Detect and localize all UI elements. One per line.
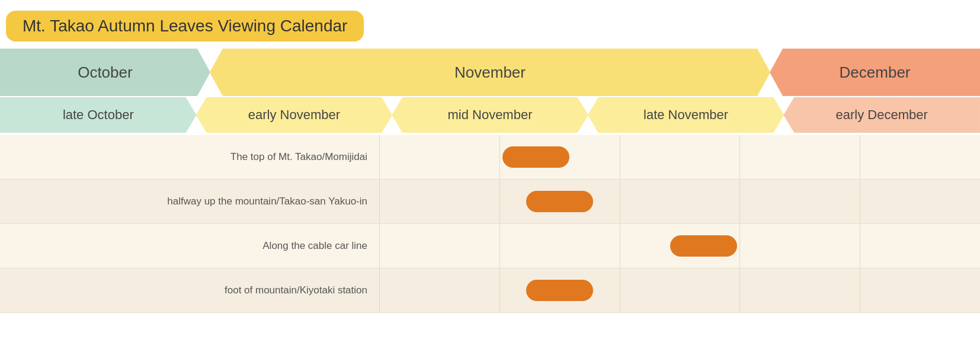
bar-row4 <box>526 280 593 301</box>
grid-col-late-nov <box>739 224 860 268</box>
month-november: November <box>210 49 770 96</box>
grid-col-mid-nov <box>620 268 740 312</box>
grid-col-late-oct <box>379 268 499 312</box>
row-label: halfway up the mountain/Takao-san Yakuo-… <box>0 196 379 207</box>
grid-col-mid-nov <box>620 224 740 268</box>
grid-col-late-nov <box>739 180 860 223</box>
grid-col-early-nov <box>499 135 620 179</box>
row-label: The top of Mt. Takao/Momijidai <box>0 151 379 163</box>
periods-row: late October early November mid November… <box>0 97 980 133</box>
row-grid <box>379 180 980 223</box>
grid-col-late-oct <box>379 135 499 179</box>
row-grid <box>379 268 980 312</box>
grid-col-late-nov <box>739 135 860 179</box>
row-grid <box>379 224 980 268</box>
data-section: The top of Mt. Takao/Momijidai halfway u… <box>0 135 980 313</box>
bar-row3 <box>670 235 737 257</box>
grid-col-mid-nov <box>620 135 740 179</box>
grid-col-mid-nov <box>620 180 740 223</box>
grid-col-early-dec <box>860 268 980 312</box>
grid-col-late-oct <box>379 180 499 223</box>
table-row: halfway up the mountain/Takao-san Yakuo-… <box>0 180 980 224</box>
bar-row1 <box>502 146 569 168</box>
period-early-december: early December <box>783 97 980 133</box>
months-row: October November December <box>0 49 980 96</box>
row-label: foot of mountain/Kiyotaki station <box>0 284 379 296</box>
grid-col-early-dec <box>860 180 980 223</box>
grid-col-early-dec <box>860 135 980 179</box>
period-early-november: early November <box>196 97 393 133</box>
row-grid <box>379 135 980 179</box>
page-title: Mt. Takao Autumn Leaves Viewing Calendar <box>6 11 364 41</box>
period-late-november: late November <box>588 97 784 133</box>
table-row: The top of Mt. Takao/Momijidai <box>0 135 980 180</box>
row-label: Along the cable car line <box>0 240 379 252</box>
grid-col-late-nov <box>739 268 860 312</box>
period-late-october: late October <box>0 97 197 133</box>
bar-row2 <box>526 191 593 212</box>
page: Mt. Takao Autumn Leaves Viewing Calendar… <box>0 0 980 319</box>
period-mid-november: mid November <box>392 97 588 133</box>
grid-col-early-nov <box>499 180 620 223</box>
month-december: December <box>770 49 980 96</box>
grid-col-early-nov <box>499 268 620 312</box>
grid-col-early-dec <box>860 224 980 268</box>
grid-col-early-nov <box>499 224 620 268</box>
table-row: foot of mountain/Kiyotaki station <box>0 268 980 313</box>
grid-col-late-oct <box>379 224 499 268</box>
table-row: Along the cable car line <box>0 224 980 268</box>
month-october: October <box>0 49 210 96</box>
